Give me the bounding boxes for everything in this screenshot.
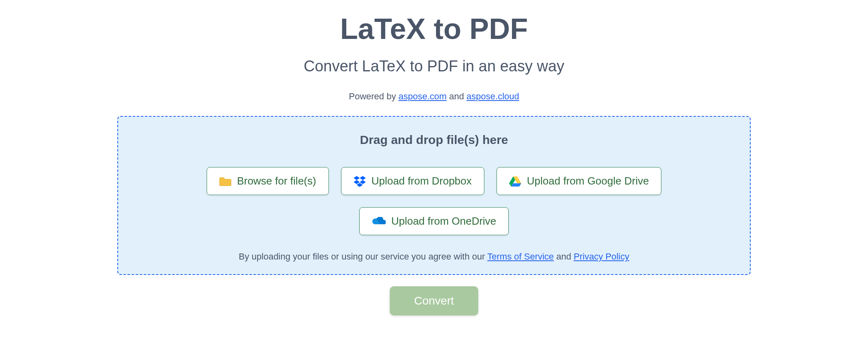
svg-marker-0 [354, 176, 360, 180]
dropzone-title: Drag and drop file(s) here [138, 133, 730, 147]
upload-buttons-row: Browse for file(s) Upload from Dropbox U… [138, 167, 730, 235]
powered-by: Powered by aspose.com and aspose.cloud [117, 91, 751, 102]
upload-gdrive-label: Upload from Google Drive [527, 175, 649, 187]
upload-dropbox-label: Upload from Dropbox [371, 175, 472, 187]
upload-dropbox-button[interactable]: Upload from Dropbox [341, 167, 484, 195]
google-drive-icon [509, 176, 521, 187]
aspose-cloud-link[interactable]: aspose.cloud [466, 91, 519, 101]
page-subtitle: Convert LaTeX to PDF in an easy way [117, 58, 751, 75]
folder-icon [219, 176, 231, 187]
upload-onedrive-label: Upload from OneDrive [391, 215, 497, 228]
powered-prefix: Powered by [349, 91, 398, 101]
powered-middle: and [447, 91, 466, 101]
terms-text: By uploading your files or using our ser… [138, 251, 730, 262]
convert-button[interactable]: Convert [390, 286, 478, 316]
svg-marker-1 [360, 176, 366, 180]
dropzone[interactable]: Drag and drop file(s) here Browse for fi… [117, 116, 751, 275]
browse-files-label: Browse for file(s) [237, 175, 316, 187]
upload-gdrive-button[interactable]: Upload from Google Drive [497, 167, 662, 195]
onedrive-icon [372, 217, 386, 226]
browse-files-button[interactable]: Browse for file(s) [207, 167, 329, 195]
privacy-policy-link[interactable]: Privacy Policy [574, 251, 629, 262]
terms-prefix: By uploading your files or using our ser… [239, 251, 487, 262]
page-title: LaTeX to PDF [117, 12, 751, 45]
terms-middle: and [554, 251, 574, 262]
dropbox-icon [354, 176, 366, 187]
terms-of-service-link[interactable]: Terms of Service [487, 251, 554, 262]
upload-onedrive-button[interactable]: Upload from OneDrive [359, 207, 509, 235]
aspose-com-link[interactable]: aspose.com [399, 91, 447, 101]
